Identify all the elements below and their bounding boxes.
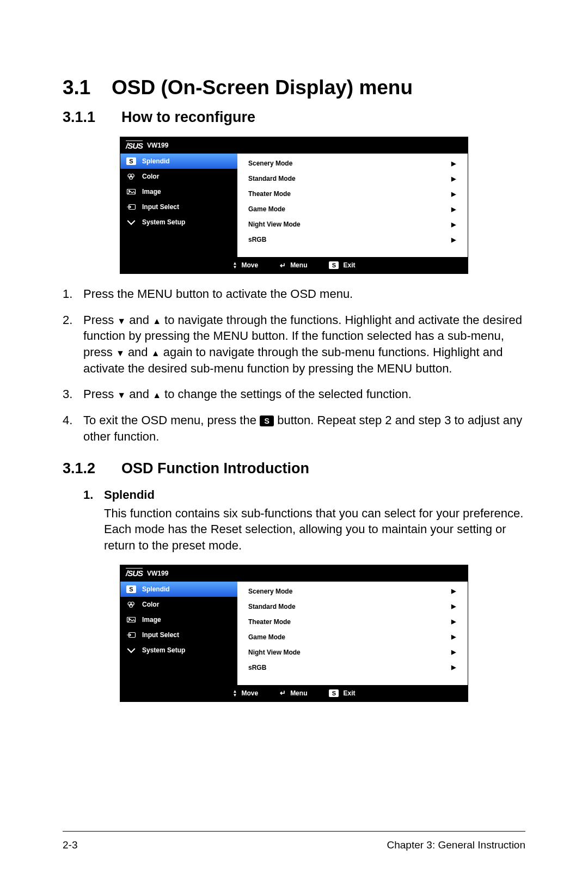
- chevron-right-icon: ▶: [451, 618, 456, 625]
- asus-logo: /SUS: [126, 141, 143, 150]
- osd-right-item: Standard Mode▶: [237, 171, 468, 186]
- osd-right-item: Theater Mode▶: [237, 186, 468, 201]
- triangle-up-icon: [151, 345, 160, 359]
- osd-screenshot-1: /SUS VW199 S Splendid Color: [63, 137, 525, 274]
- input-icon: [126, 203, 137, 211]
- osd-screenshot-2: /SUS VW199 S Splendid Color: [63, 565, 525, 702]
- osd-left-item-image: Image: [120, 184, 237, 199]
- step-3: 3. Press and to change the settings of t…: [63, 386, 525, 402]
- heading-3-number: 1.: [83, 488, 104, 502]
- osd-left-label: Image: [142, 188, 161, 195]
- image-icon: [126, 187, 137, 196]
- osd-footer-exit: S Exit: [329, 689, 355, 697]
- step-number: 3.: [63, 386, 83, 402]
- osd-left-label: Splendid: [142, 585, 170, 593]
- osd-right-menu: Scenery Mode▶ Standard Mode▶ Theater Mod…: [237, 582, 468, 685]
- s-icon: S: [126, 585, 137, 594]
- osd-footer-menu: ↵ Menu: [280, 689, 307, 697]
- triangle-up-icon: [152, 313, 161, 327]
- osd-footer: ▲▼ Move ↵ Menu S Exit: [120, 685, 468, 701]
- heading-2-reconfigure: 3.1.1How to reconfigure: [63, 109, 525, 126]
- osd-left-item-input: Input Select: [120, 627, 237, 643]
- osd-left-item-splendid: S Splendid: [120, 582, 237, 597]
- heading-2-text: How to reconfigure: [121, 109, 255, 125]
- chevron-right-icon: ▶: [451, 664, 456, 671]
- splendid-paragraph: This function contains six sub-functions…: [104, 505, 525, 554]
- heading-1-number: 3.1: [63, 76, 112, 99]
- chevron-right-icon: ▶: [451, 236, 456, 243]
- step-body: Press and to change the settings of the …: [83, 386, 525, 402]
- chevron-right-icon: ▶: [451, 160, 456, 167]
- setup-icon: [126, 218, 137, 227]
- asus-logo: /SUS: [126, 569, 143, 578]
- osd-left-item-system: System Setup: [120, 215, 237, 230]
- osd-titlebar: /SUS VW199: [120, 565, 468, 582]
- osd-model: VW199: [147, 142, 168, 149]
- page-number: 2-3: [63, 839, 77, 851]
- osd-left-item-image: Image: [120, 612, 237, 627]
- s-badge-icon: S: [329, 261, 339, 269]
- heading-3-text: Splendid: [104, 488, 155, 502]
- step-number: 2.: [63, 312, 83, 377]
- triangle-down-icon: [116, 345, 125, 359]
- osd-left-label: Splendid: [142, 157, 170, 165]
- chevron-right-icon: ▶: [451, 175, 456, 182]
- osd-left-label: System Setup: [142, 646, 185, 654]
- osd-right-item: Game Mode▶: [237, 201, 468, 217]
- svg-point-10: [128, 618, 130, 619]
- osd-right-item: Game Mode▶: [237, 630, 468, 645]
- chevron-right-icon: ▶: [451, 221, 456, 228]
- osd-right-item: Theater Mode▶: [237, 614, 468, 630]
- osd-left-label: Input Select: [142, 631, 179, 639]
- updown-icon: ▲▼: [233, 689, 237, 697]
- osd-left-item-color: Color: [120, 597, 237, 612]
- triangle-down-icon: [117, 313, 126, 327]
- heading-2-number: 3.1.1: [63, 109, 121, 126]
- page-footer: 2-3 Chapter 3: General Instruction: [63, 839, 525, 851]
- enter-icon: ↵: [280, 689, 286, 697]
- step-list: 1. Press the MENU button to activate the…: [63, 286, 525, 445]
- osd-left-item-color: Color: [120, 169, 237, 184]
- step-body: Press and to navigate through the functi…: [83, 312, 525, 377]
- osd-body: S Splendid Color Image: [120, 582, 468, 685]
- osd-panel: /SUS VW199 S Splendid Color: [120, 137, 468, 274]
- updown-icon: ▲▼: [233, 261, 237, 269]
- heading-1: 3.1OSD (On-Screen Display) menu: [63, 76, 525, 99]
- osd-left-item-splendid: S Splendid: [120, 154, 237, 169]
- heading-2-number: 3.1.2: [63, 460, 121, 477]
- setup-icon: [126, 646, 137, 655]
- osd-left-label: Image: [142, 616, 161, 624]
- s-badge-icon: S: [329, 689, 339, 697]
- osd-left-menu: S Splendid Color Image: [120, 582, 237, 685]
- osd-left-menu: S Splendid Color Image: [120, 154, 237, 257]
- chevron-right-icon: ▶: [451, 633, 456, 640]
- osd-footer: ▲▼ Move ↵ Menu S Exit: [120, 257, 468, 273]
- s-badge-icon: S: [260, 415, 274, 426]
- step-number: 1.: [63, 286, 83, 302]
- osd-footer-exit: S Exit: [329, 261, 355, 269]
- step-4: 4. To exit the OSD menu, press the S but…: [63, 412, 525, 444]
- osd-left-label: System Setup: [142, 218, 185, 226]
- osd-right-menu: Scenery Mode▶ Standard Mode▶ Theater Mod…: [237, 154, 468, 257]
- heading-1-text: OSD (On-Screen Display) menu: [112, 76, 413, 99]
- osd-right-item: sRGB▶: [237, 232, 468, 247]
- osd-left-label: Color: [142, 173, 159, 180]
- osd-right-item: Scenery Mode▶: [237, 156, 468, 171]
- color-icon: [126, 600, 137, 609]
- osd-right-item: sRGB▶: [237, 660, 468, 675]
- osd-right-item: Night View Mode▶: [237, 217, 468, 232]
- step-body: To exit the OSD menu, press the S button…: [83, 412, 525, 444]
- step-body: Press the MENU button to activate the OS…: [83, 286, 525, 302]
- image-icon: [126, 615, 137, 624]
- osd-right-item: Night View Mode▶: [237, 645, 468, 660]
- step-number: 4.: [63, 412, 83, 444]
- footer-rule: [63, 831, 525, 832]
- osd-left-label: Input Select: [142, 203, 179, 211]
- osd-titlebar: /SUS VW199: [120, 137, 468, 154]
- heading-2-text: OSD Function Introduction: [121, 460, 309, 476]
- color-icon: [126, 172, 137, 181]
- chevron-right-icon: ▶: [451, 649, 456, 656]
- osd-body: S Splendid Color Image: [120, 154, 468, 257]
- osd-model: VW199: [147, 570, 168, 577]
- input-icon: [126, 631, 137, 639]
